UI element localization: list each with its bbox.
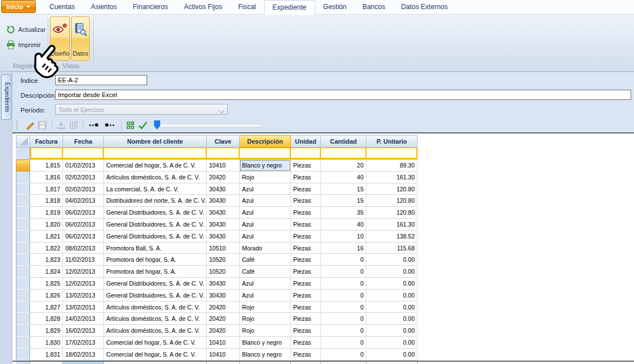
grid-cell[interactable]: 120.80: [366, 195, 418, 207]
tab-gestión[interactable]: Gestión: [315, 0, 354, 14]
record-dots-end-icon[interactable]: [86, 120, 101, 130]
grid-cell[interactable]: 20420: [207, 171, 240, 183]
grid-cell[interactable]: 20420: [207, 313, 240, 325]
column-header-clave[interactable]: Clave: [207, 135, 240, 148]
tab-activos-fijos[interactable]: Activos Fijos: [176, 0, 230, 14]
grid-cell[interactable]: 18/02/2013: [63, 349, 104, 361]
filter-cell-descripci-n[interactable]: [240, 148, 291, 160]
row-indicator[interactable]: [16, 349, 30, 361]
grid-cell[interactable]: 0: [321, 290, 366, 302]
grid-cell[interactable]: Piezas: [291, 242, 321, 254]
grid-cell[interactable]: Rojo: [240, 302, 291, 313]
grid-cell[interactable]: 1,820: [30, 219, 63, 231]
indice-input[interactable]: [55, 75, 147, 85]
grid-cell[interactable]: 0: [321, 349, 366, 361]
grid-cell[interactable]: 0.00: [366, 266, 418, 278]
grid-cell[interactable]: 10510: [207, 242, 240, 254]
grid-cell[interactable]: 10520: [207, 254, 240, 266]
row-indicator[interactable]: [16, 254, 30, 266]
grid-cell[interactable]: 16: [321, 242, 366, 254]
grid-cell[interactable]: Comercial del hogar, S. A de C. V.: [104, 349, 207, 361]
grid-cell[interactable]: 30430: [207, 231, 240, 242]
grid-cell[interactable]: Distribuidores del norte, S. A. de C. V.: [104, 195, 207, 207]
grid-cell[interactable]: Piezas: [291, 266, 321, 278]
grid-cell[interactable]: 15: [321, 195, 366, 207]
grid-cell[interactable]: 138.52: [366, 231, 418, 242]
grid-cell[interactable]: 0: [321, 337, 366, 349]
grid-cell[interactable]: Piezas: [291, 231, 321, 242]
grid-cell[interactable]: 30430: [207, 278, 240, 290]
row-indicator[interactable]: [16, 302, 30, 313]
filter-cell-p-unitario[interactable]: [366, 148, 418, 160]
grid-cell[interactable]: Piezas: [291, 160, 321, 171]
row-indicator[interactable]: [16, 337, 30, 349]
grid-cell[interactable]: 13/02/2013: [63, 302, 104, 313]
filter-cell-factura[interactable]: [30, 148, 63, 160]
grid-cell[interactable]: 1,819: [30, 207, 63, 219]
filter-cell-fecha[interactable]: [63, 148, 104, 160]
grid-cell[interactable]: Azul: [240, 278, 291, 290]
grid-cell[interactable]: Rojo: [240, 171, 291, 183]
grid-cell[interactable]: La comercial, S. A. de C. V.: [104, 183, 207, 195]
import-icon[interactable]: [55, 120, 66, 130]
grid-cell[interactable]: 0.00: [366, 325, 418, 337]
grid-cell[interactable]: 1,823: [30, 254, 63, 266]
grid-cell[interactable]: Azul: [240, 290, 291, 302]
grid-cell[interactable]: 1,816: [30, 171, 63, 183]
grid-cell[interactable]: 14/02/2013: [63, 313, 104, 325]
grid-cell[interactable]: 1,831: [30, 349, 63, 361]
grid-cell[interactable]: 30430: [207, 219, 240, 231]
grid-cell[interactable]: 1,830: [30, 337, 63, 349]
table-icon[interactable]: [68, 120, 79, 130]
grid-cell[interactable]: Promotora Ball, S. A.: [104, 242, 207, 254]
column-header-fecha[interactable]: Fecha: [63, 135, 104, 148]
grid-cell[interactable]: Azul: [240, 219, 291, 231]
confirm-check-icon[interactable]: [137, 120, 148, 130]
grid-cell[interactable]: 06/02/2013: [63, 207, 104, 219]
grid-cell[interactable]: 12/02/2013: [63, 266, 104, 278]
grid-cell[interactable]: 89.30: [366, 160, 418, 171]
grid-cell[interactable]: 15: [321, 183, 366, 195]
grid-cell[interactable]: Piezas: [291, 171, 321, 183]
grid-cell[interactable]: 0: [321, 302, 366, 313]
grid-cell[interactable]: 10410: [207, 160, 240, 171]
grid-cell[interactable]: 06/02/2013: [63, 231, 104, 242]
grid-cell[interactable]: 02/02/2013: [63, 183, 104, 195]
grid-cell[interactable]: Promotora del hogar, S. A.: [104, 266, 207, 278]
grid-cell[interactable]: 16/02/2013: [63, 325, 104, 337]
grid-cell[interactable]: 30430: [207, 183, 240, 195]
grid-cell[interactable]: 02/02/2013: [63, 171, 104, 183]
grid-cell[interactable]: General Distribuidores, S. A. de C. V.: [104, 219, 207, 231]
row-indicator[interactable]: [16, 207, 30, 219]
grid-cell[interactable]: 1,822: [30, 242, 63, 254]
column-header-nombre-del-cliente[interactable]: Nombre del cliente: [104, 135, 207, 148]
column-header-unidad[interactable]: Unidad: [291, 135, 321, 148]
zoom-slider[interactable]: [154, 120, 262, 130]
actualizar-button[interactable]: Actualizar: [5, 24, 47, 35]
grid-cell[interactable]: General Distribuidores, S. A. de C. V.: [104, 207, 207, 219]
grid-cell[interactable]: 0.00: [366, 278, 418, 290]
grid-cell[interactable]: Piezas: [291, 278, 321, 290]
periodo-dropdown[interactable]: Todo el Ejercicio: [55, 104, 228, 115]
grid-cell[interactable]: 0.00: [366, 337, 418, 349]
row-indicator[interactable]: [16, 231, 30, 242]
row-indicator[interactable]: [16, 290, 30, 302]
grid-cell[interactable]: 1,828: [30, 313, 63, 325]
tab-bancos[interactable]: Bancos: [354, 0, 393, 14]
grid-cell[interactable]: 0: [321, 325, 366, 337]
grid-cell[interactable]: 10520: [207, 266, 240, 278]
fit-grid-icon[interactable]: [124, 120, 136, 130]
edit-pencil-icon[interactable]: [24, 120, 35, 130]
grid-cell[interactable]: 10410: [207, 337, 240, 349]
row-indicator[interactable]: [16, 183, 30, 195]
grid-cell[interactable]: General Distribuidores, S. A. de C. V.: [104, 231, 207, 242]
drag-grip[interactable]: [16, 120, 20, 129]
grid-cell[interactable]: 1,824: [30, 266, 63, 278]
grid-cell[interactable]: 120.80: [366, 207, 418, 219]
column-header-p-unitario[interactable]: P. Unitario: [366, 135, 418, 148]
tab-fiscal[interactable]: Fiscal: [230, 0, 264, 14]
grid-cell[interactable]: 12/02/2013: [63, 278, 104, 290]
row-indicator[interactable]: [16, 242, 30, 254]
grid-cell[interactable]: Piezas: [291, 195, 321, 207]
grid-cell[interactable]: Morado: [240, 242, 291, 254]
